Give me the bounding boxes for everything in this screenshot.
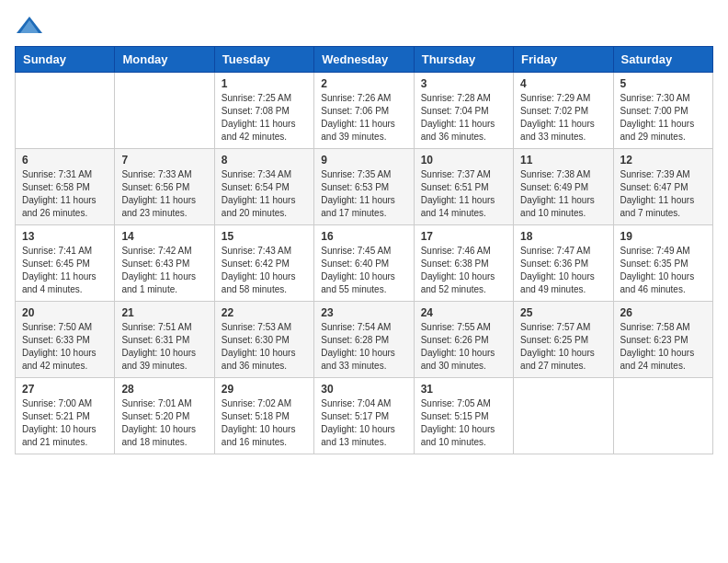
week-row-2: 6Sunrise: 7:31 AMSunset: 6:58 PMDaylight… [16,149,713,225]
day-number: 13 [22,230,108,243]
week-row-1: 1Sunrise: 7:25 AMSunset: 7:08 PMDaylight… [16,73,713,149]
day-number: 19 [620,230,706,243]
cell-content: Sunrise: 7:39 AMSunset: 6:47 PMDaylight:… [620,168,706,220]
day-cell: 16Sunrise: 7:45 AMSunset: 6:40 PMDayligh… [314,225,414,302]
day-cell: 27Sunrise: 7:00 AMSunset: 5:21 PMDayligh… [16,378,115,454]
day-cell: 20Sunrise: 7:50 AMSunset: 6:33 PMDayligh… [16,302,115,378]
day-number: 7 [121,154,207,167]
day-cell: 14Sunrise: 7:42 AMSunset: 6:43 PMDayligh… [115,225,214,302]
day-cell [613,378,712,454]
day-number: 25 [520,306,606,319]
day-number: 3 [421,77,506,90]
logo-icon [17,15,42,35]
day-cell: 22Sunrise: 7:53 AMSunset: 6:30 PMDayligh… [214,302,313,378]
day-number: 18 [520,230,606,243]
day-number: 5 [620,77,706,90]
day-cell: 26Sunrise: 7:58 AMSunset: 6:23 PMDayligh… [613,302,712,378]
cell-content: Sunrise: 7:29 AMSunset: 7:02 PMDaylight:… [520,92,606,144]
day-number: 23 [321,306,406,319]
col-header-thursday: Thursday [414,47,513,73]
cell-content: Sunrise: 7:43 AMSunset: 6:42 PMDaylight:… [222,245,307,296]
day-cell: 3Sunrise: 7:28 AMSunset: 7:04 PMDaylight… [414,73,513,149]
day-number: 17 [421,230,506,243]
day-number: 2 [321,77,406,90]
day-cell [514,378,613,454]
day-number: 6 [22,154,108,167]
day-cell: 31Sunrise: 7:05 AMSunset: 5:15 PMDayligh… [414,378,513,454]
day-number: 26 [620,306,706,319]
day-cell: 1Sunrise: 7:25 AMSunset: 7:08 PMDaylight… [214,73,313,149]
day-number: 24 [421,306,506,319]
header-row: SundayMondayTuesdayWednesdayThursdayFrid… [16,47,713,73]
day-number: 29 [222,383,307,396]
week-row-4: 20Sunrise: 7:50 AMSunset: 6:33 PMDayligh… [16,302,713,378]
day-number: 31 [421,383,506,396]
day-number: 1 [222,77,307,90]
day-number: 14 [121,230,207,243]
day-cell: 2Sunrise: 7:26 AMSunset: 7:06 PMDaylight… [314,73,414,149]
day-cell: 25Sunrise: 7:57 AMSunset: 6:25 PMDayligh… [514,302,613,378]
cell-content: Sunrise: 7:42 AMSunset: 6:43 PMDaylight:… [121,245,207,296]
col-header-monday: Monday [115,47,214,73]
week-row-5: 27Sunrise: 7:00 AMSunset: 5:21 PMDayligh… [16,378,713,454]
cell-content: Sunrise: 7:49 AMSunset: 6:35 PMDaylight:… [620,245,706,296]
day-cell: 9Sunrise: 7:35 AMSunset: 6:53 PMDaylight… [314,149,414,225]
cell-content: Sunrise: 7:02 AMSunset: 5:18 PMDaylight:… [222,397,307,449]
day-number: 4 [520,77,606,90]
cell-content: Sunrise: 7:45 AMSunset: 6:40 PMDaylight:… [321,245,406,296]
day-cell [16,73,115,149]
day-cell: 17Sunrise: 7:46 AMSunset: 6:38 PMDayligh… [414,225,513,302]
day-cell: 28Sunrise: 7:01 AMSunset: 5:20 PMDayligh… [115,378,214,454]
day-number: 8 [222,154,307,167]
day-cell: 18Sunrise: 7:47 AMSunset: 6:36 PMDayligh… [514,225,613,302]
day-number: 22 [222,306,307,319]
day-cell: 23Sunrise: 7:54 AMSunset: 6:28 PMDayligh… [314,302,414,378]
week-row-3: 13Sunrise: 7:41 AMSunset: 6:45 PMDayligh… [16,225,713,302]
cell-content: Sunrise: 7:37 AMSunset: 6:51 PMDaylight:… [421,168,506,220]
day-number: 9 [321,154,406,167]
day-cell: 5Sunrise: 7:30 AMSunset: 7:00 PMDaylight… [613,73,712,149]
day-number: 21 [121,306,207,319]
cell-content: Sunrise: 7:26 AMSunset: 7:06 PMDaylight:… [321,92,406,144]
day-cell: 11Sunrise: 7:38 AMSunset: 6:49 PMDayligh… [514,149,613,225]
cell-content: Sunrise: 7:00 AMSunset: 5:21 PMDaylight:… [22,397,108,449]
day-cell [115,73,214,149]
day-cell: 30Sunrise: 7:04 AMSunset: 5:17 PMDayligh… [314,378,414,454]
logo [15,15,42,35]
day-cell: 7Sunrise: 7:33 AMSunset: 6:56 PMDaylight… [115,149,214,225]
col-header-friday: Friday [514,47,613,73]
day-cell: 10Sunrise: 7:37 AMSunset: 6:51 PMDayligh… [414,149,513,225]
day-cell: 4Sunrise: 7:29 AMSunset: 7:02 PMDaylight… [514,73,613,149]
cell-content: Sunrise: 7:25 AMSunset: 7:08 PMDaylight:… [222,92,307,144]
cell-content: Sunrise: 7:41 AMSunset: 6:45 PMDaylight:… [22,245,108,296]
cell-content: Sunrise: 7:34 AMSunset: 6:54 PMDaylight:… [222,168,307,220]
cell-content: Sunrise: 7:53 AMSunset: 6:30 PMDaylight:… [222,321,307,373]
day-cell: 8Sunrise: 7:34 AMSunset: 6:54 PMDaylight… [214,149,313,225]
cell-content: Sunrise: 7:54 AMSunset: 6:28 PMDaylight:… [321,321,406,373]
cell-content: Sunrise: 7:33 AMSunset: 6:56 PMDaylight:… [121,168,207,220]
day-number: 28 [121,383,207,396]
day-number: 15 [222,230,307,243]
cell-content: Sunrise: 7:55 AMSunset: 6:26 PMDaylight:… [421,321,506,373]
page-header [15,15,713,35]
cell-content: Sunrise: 7:31 AMSunset: 6:58 PMDaylight:… [22,168,108,220]
day-cell: 24Sunrise: 7:55 AMSunset: 6:26 PMDayligh… [414,302,513,378]
day-cell: 21Sunrise: 7:51 AMSunset: 6:31 PMDayligh… [115,302,214,378]
cell-content: Sunrise: 7:58 AMSunset: 6:23 PMDaylight:… [620,321,706,373]
cell-content: Sunrise: 7:05 AMSunset: 5:15 PMDaylight:… [421,397,506,449]
col-header-sunday: Sunday [16,47,115,73]
cell-content: Sunrise: 7:50 AMSunset: 6:33 PMDaylight:… [22,321,108,373]
day-number: 11 [520,154,606,167]
col-header-wednesday: Wednesday [314,47,414,73]
day-number: 12 [620,154,706,167]
cell-content: Sunrise: 7:04 AMSunset: 5:17 PMDaylight:… [321,397,406,449]
day-cell: 15Sunrise: 7:43 AMSunset: 6:42 PMDayligh… [214,225,313,302]
day-number: 27 [22,383,108,396]
cell-content: Sunrise: 7:51 AMSunset: 6:31 PMDaylight:… [121,321,207,373]
day-cell: 12Sunrise: 7:39 AMSunset: 6:47 PMDayligh… [613,149,712,225]
cell-content: Sunrise: 7:38 AMSunset: 6:49 PMDaylight:… [520,168,606,220]
cell-content: Sunrise: 7:47 AMSunset: 6:36 PMDaylight:… [520,245,606,296]
day-cell: 19Sunrise: 7:49 AMSunset: 6:35 PMDayligh… [613,225,712,302]
cell-content: Sunrise: 7:01 AMSunset: 5:20 PMDaylight:… [121,397,207,449]
day-number: 20 [22,306,108,319]
